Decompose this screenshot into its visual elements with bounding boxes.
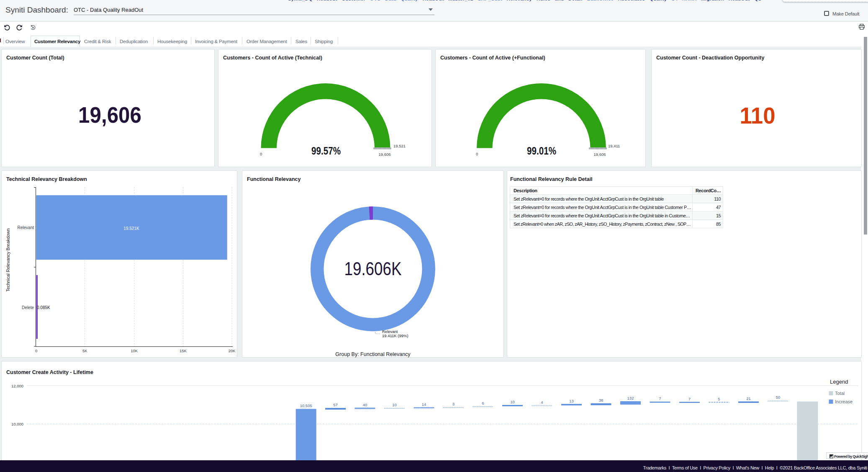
- svg-text:10K: 10K: [131, 348, 138, 353]
- svg-text:19.606K: 19.606K: [344, 258, 402, 279]
- svg-text:15K: 15K: [180, 348, 187, 353]
- svg-text:Group By: Functional Relevancy: Group By: Functional Relevancy: [335, 351, 411, 357]
- svg-text:0: 0: [476, 152, 478, 156]
- svg-text:0: 0: [35, 348, 37, 353]
- svg-text:10,505: 10,505: [300, 403, 312, 408]
- svg-text:10: 10: [510, 400, 515, 404]
- svg-text:57: 57: [333, 402, 338, 407]
- svg-text:10,000: 10,000: [11, 422, 23, 426]
- svg-text:4: 4: [541, 400, 543, 405]
- svg-text:0.085K: 0.085K: [37, 305, 50, 310]
- svg-text:19.411K (99%): 19.411K (99%): [382, 333, 408, 338]
- svg-text:50: 50: [776, 395, 781, 400]
- svg-text:Increase: Increase: [835, 399, 853, 404]
- svg-text:Legend: Legend: [830, 379, 848, 385]
- svg-text:13: 13: [569, 399, 574, 403]
- svg-text:Technical Relevancy Breakdown: Technical Relevancy Breakdown: [5, 228, 10, 291]
- svg-text:19,521: 19,521: [393, 144, 406, 148]
- svg-text:99.01%: 99.01%: [527, 144, 556, 157]
- svg-text:19,606: 19,606: [593, 152, 606, 157]
- svg-text:7: 7: [659, 396, 661, 401]
- svg-text:20K: 20K: [229, 348, 236, 353]
- svg-text:0: 0: [260, 152, 262, 156]
- svg-text:Delete: Delete: [22, 305, 34, 310]
- svg-text:40: 40: [363, 402, 367, 407]
- svg-text:Total: Total: [835, 391, 845, 396]
- svg-text:Relevant: Relevant: [382, 329, 398, 334]
- svg-text:10: 10: [392, 402, 397, 407]
- svg-text:12,000: 12,000: [11, 384, 23, 388]
- svg-text:3: 3: [452, 402, 455, 406]
- svg-text:99.57%: 99.57%: [311, 144, 341, 157]
- svg-text:6: 6: [482, 401, 484, 405]
- svg-text:19.521K: 19.521K: [123, 226, 139, 231]
- svg-text:7: 7: [688, 397, 691, 401]
- svg-text:5: 5: [718, 397, 720, 401]
- svg-text:19,411: 19,411: [608, 144, 620, 148]
- svg-text:14: 14: [422, 402, 426, 407]
- svg-text:38: 38: [599, 398, 603, 402]
- svg-text:132: 132: [627, 396, 634, 400]
- svg-text:19,606: 19,606: [378, 152, 390, 157]
- svg-text:21: 21: [746, 396, 751, 401]
- svg-text:Relevant: Relevant: [18, 225, 34, 230]
- svg-text:5K: 5K: [82, 348, 87, 353]
